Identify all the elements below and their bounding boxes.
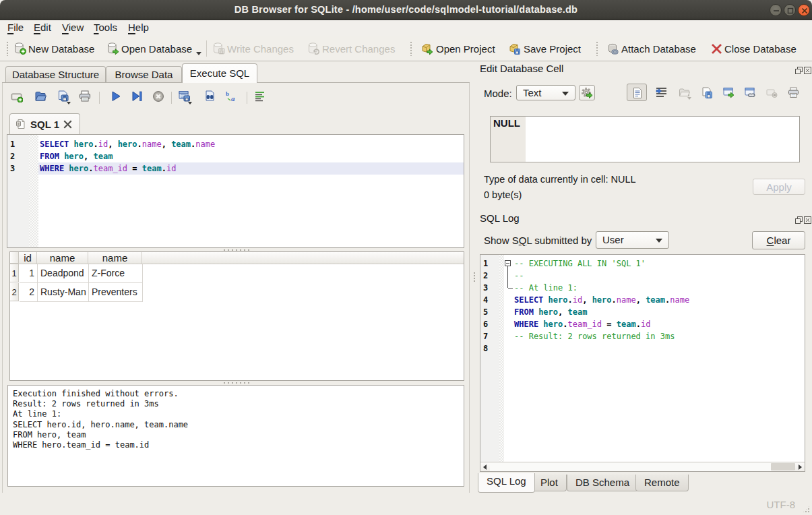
sql-file-tab[interactable]: SQL 1 [9, 113, 80, 134]
export-results-button[interactable] [179, 90, 193, 105]
export-cell-button[interactable] [718, 84, 739, 101]
fold-collapse-icon[interactable] [505, 260, 511, 266]
write-changes-button[interactable]: Write Changes [213, 36, 294, 61]
main-toolbar: New Database Open Database Write Changes [0, 36, 812, 61]
results-cell[interactable]: Deadpond [38, 264, 89, 283]
import-text-button[interactable] [579, 85, 595, 100]
cell-value-editor[interactable]: NULL [490, 116, 800, 162]
execute-all-button[interactable] [110, 90, 125, 105]
open-project-icon [421, 42, 434, 55]
save-project-button[interactable]: Save Project [509, 36, 581, 61]
results-column-header[interactable]: id [19, 252, 37, 264]
revert-changes-button[interactable]: Revert Changes [308, 36, 395, 61]
maximize-button[interactable] [784, 4, 796, 16]
log-filter-combobox[interactable]: User [596, 231, 669, 249]
fold-tick [508, 288, 513, 289]
results-cell[interactable]: Z-Force [89, 264, 143, 283]
edit-cell-float-icon[interactable] [795, 65, 803, 73]
execute-all-icon [110, 90, 122, 102]
close-button[interactable] [798, 4, 810, 16]
results-cell[interactable]: Preventers [89, 283, 143, 302]
edit-cell-close-icon[interactable] [804, 65, 812, 73]
print-sql-button[interactable] [79, 90, 94, 105]
cell-size-info: 0 byte(s) [484, 189, 522, 200]
sql-log-view[interactable]: 12345678 -- EXECUTING ALL IN 'SQL 1'----… [480, 254, 805, 472]
save-project-icon [509, 42, 522, 55]
scrollbar-thumb[interactable] [771, 463, 795, 471]
print-sql-icon [79, 90, 91, 102]
toolbar-handle[interactable] [6, 41, 9, 56]
menu-help[interactable]: Help [123, 20, 154, 36]
results-cell[interactable]: 1 [20, 264, 38, 283]
tab-browse-data[interactable]: Browse Data [106, 66, 182, 83]
editor-line-number-gutter: 123 [7, 135, 29, 247]
sql-log-close-icon[interactable] [804, 214, 812, 222]
sql-editor[interactable]: 123 SELECT hero.id, hero.name, team.name… [7, 134, 464, 248]
attach-database-button[interactable]: Attach Database [606, 36, 696, 61]
scroll-right-arrow[interactable] [799, 464, 802, 470]
new-database-button[interactable]: New Database [14, 36, 94, 61]
open-sql-file-button[interactable] [34, 90, 49, 105]
close-database-icon [711, 43, 722, 55]
menu-edit[interactable]: Edit [29, 20, 56, 36]
splitter-results-message[interactable] [7, 381, 464, 384]
format-sql-button[interactable] [254, 90, 269, 105]
link-icon [745, 87, 756, 98]
apply-button[interactable]: Apply [753, 179, 805, 195]
replace-case-button[interactable]: ba [226, 90, 241, 105]
menu-file[interactable]: File [3, 20, 28, 36]
open-database-dropdown-arrow[interactable] [196, 52, 201, 55]
results-row-header[interactable]: 1 [10, 264, 19, 282]
save-sql-file-icon [57, 90, 69, 102]
sql-log-float-icon[interactable] [795, 214, 803, 222]
app-window: DB Browser for SQLite - /home/user/code/… [0, 0, 812, 515]
open-sql-file-icon [34, 90, 46, 102]
log-horizontal-scrollbar[interactable] [480, 462, 805, 471]
sql-tab-close-icon[interactable] [63, 120, 72, 129]
word-wrap-button[interactable] [651, 84, 671, 101]
splitter-main-vertical[interactable] [474, 272, 475, 282]
execute-line-button[interactable] [131, 90, 146, 105]
open-project-button[interactable]: Open Project [421, 36, 495, 61]
bottom-tab-sql-log[interactable]: SQL Log [478, 473, 535, 493]
mode-combobox[interactable]: Text [516, 85, 575, 100]
print-cell-button[interactable] [783, 84, 803, 101]
bottom-tab-db-schema[interactable]: DB Schema [567, 475, 638, 491]
open-database-button[interactable]: Open Database [107, 36, 192, 61]
main-tab-bar: Database Structure Browse Data Execute S… [0, 61, 812, 83]
results-column-header[interactable]: name [88, 252, 142, 264]
set-null-button[interactable] [761, 84, 782, 101]
close-database-button[interactable]: Close Database [711, 36, 797, 61]
new-sql-tab-button[interactable] [11, 90, 26, 105]
log-filter-combobox-arrow [656, 239, 662, 243]
minimize-button[interactable] [770, 4, 782, 16]
scroll-left-arrow[interactable] [483, 464, 487, 470]
toolbar-handle-3[interactable] [596, 41, 599, 56]
results-cell[interactable]: 2 [20, 283, 38, 302]
results-column-header[interactable]: name [37, 252, 88, 264]
cell-type-info: Type of data currently in cell: NULL [484, 174, 636, 185]
resize-grip[interactable] [802, 505, 811, 514]
set-null-icon [766, 87, 778, 98]
find-button[interactable] [204, 90, 219, 105]
encoding-status: UTF-8 [767, 499, 796, 510]
bottom-tab-plot[interactable]: Plot [532, 475, 567, 491]
log-filter-combobox-value: User [602, 234, 624, 245]
results-cell[interactable]: Rusty-Man [38, 283, 89, 302]
bottom-tab-remote[interactable]: Remote [635, 475, 689, 491]
clear-log-button[interactable]: Clear [752, 231, 805, 249]
save-as-button[interactable] [696, 84, 716, 101]
toolbar-handle-2[interactable] [410, 41, 413, 56]
editor-code-area[interactable]: SELECT hero.id, hero.name, team.nameFROM… [38, 135, 464, 247]
results-row-header[interactable]: 2 [10, 283, 19, 301]
menu-view[interactable]: View [57, 20, 88, 36]
open-in-cell-button[interactable] [674, 84, 694, 101]
menu-tools[interactable]: Tools [89, 20, 122, 36]
tab-execute-sql[interactable]: Execute SQL [182, 63, 257, 83]
copy-link-button[interactable] [740, 84, 760, 101]
tab-database-structure[interactable]: Database Structure [5, 66, 106, 83]
text-document-icon [632, 88, 643, 98]
text-mode-button[interactable] [627, 84, 647, 101]
save-sql-file-button[interactable] [57, 90, 72, 105]
stop-button[interactable] [152, 90, 167, 105]
